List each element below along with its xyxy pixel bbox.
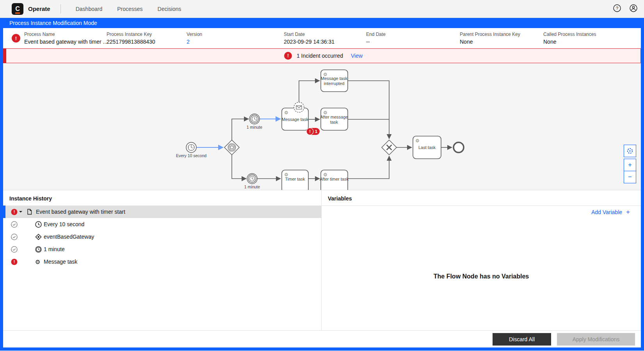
field-process-instance-key: Process Instance Key 2251799813888430	[107, 32, 155, 45]
instance-history-title: Instance History	[3, 190, 321, 206]
camunda-logo: C	[12, 3, 23, 15]
service-task-gear-icon: ⚙	[415, 138, 420, 144]
history-row-label: Message task	[44, 259, 77, 265]
reset-viewport-icon	[626, 147, 633, 154]
incident-banner: ! 1 Incident occurred View	[3, 48, 641, 63]
svg-text:?: ?	[616, 6, 618, 11]
svg-text:!: !	[14, 209, 15, 214]
chevron-down-icon[interactable]	[18, 209, 23, 214]
event-based-gateway[interactable]	[224, 140, 239, 155]
field-start-date: Start Date 2023-09-29 14:36:31	[284, 32, 334, 45]
instance-header: ! Process Name Event based gateway with …	[3, 28, 641, 48]
nav-item-dashboard[interactable]: Dashboard	[76, 6, 103, 12]
field-parent-process-instance-key: Parent Process Instance Key None	[460, 32, 520, 45]
exclusive-gateway[interactable]	[382, 140, 397, 155]
history-row-label: Every 10 second	[44, 221, 84, 227]
history-row-process-root[interactable]: ! Event based gateway with timer start	[3, 206, 321, 218]
message-boundary-event-icon[interactable]	[294, 102, 304, 112]
service-task-gear-icon: ⚙	[284, 110, 288, 115]
modification-footer: Discard All Apply Modifications	[3, 330, 641, 347]
help-icon[interactable]: ?	[613, 4, 621, 14]
diagram-reset-button[interactable]	[624, 145, 636, 157]
nav-item-decisions[interactable]: Decisions	[158, 6, 181, 12]
history-row-1-minute[interactable]: 1 minute	[3, 243, 321, 255]
svg-text:!: !	[14, 259, 15, 264]
svg-text:interrupted: interrupted	[324, 81, 345, 86]
incident-message: 1 Incident occurred	[297, 53, 343, 59]
top-nav: C Operate Dashboard Processes Decisions …	[0, 0, 644, 18]
incident-state-icon: !	[12, 34, 20, 43]
completed-state-icon	[11, 234, 18, 240]
plus-icon: +	[626, 208, 630, 216]
incident-count-badge: ! 1	[306, 128, 320, 135]
task-message-task-interrupted[interactable]: ⚙ Message task interrupted	[321, 70, 348, 92]
nav-item-processes[interactable]: Processes	[117, 6, 142, 12]
add-variable-button[interactable]: Add Variable +	[591, 208, 630, 216]
svg-text:Message task: Message task	[321, 76, 347, 81]
bpmn-diagram[interactable]: Every 10 second 1 minute ⚙ Me	[3, 63, 641, 190]
svg-text:task: task	[330, 120, 338, 124]
app-title: Operate	[28, 5, 50, 12]
task-after-message-task[interactable]: ⚙ After message task	[320, 108, 348, 130]
timer-top-label: 1 minute	[247, 125, 262, 129]
task-message-task[interactable]: ⚙ Message task ! 1	[282, 102, 320, 135]
svg-text:!: !	[309, 129, 311, 134]
service-task-gear-icon: ⚙	[35, 259, 40, 265]
task-last-task[interactable]: ⚙ Last task	[413, 136, 441, 159]
field-end-date: End Date --	[366, 32, 386, 45]
discard-all-button[interactable]: Discard All	[493, 333, 551, 346]
gateway-icon	[35, 234, 42, 240]
user-profile-icon[interactable]	[629, 4, 638, 14]
task-timer-task[interactable]: ⚙ Timer task	[282, 170, 308, 190]
apply-modifications-button[interactable]: Apply Modifications	[557, 333, 635, 346]
field-process-name: Process Name Event based gateway with ti…	[24, 32, 107, 45]
history-row-label: Event based gateway with timer start	[36, 209, 125, 215]
history-row-label: eventBasedGateway	[44, 234, 94, 240]
intermediate-timer-event-top[interactable]: 1 minute	[247, 114, 262, 129]
highlighted-sequence-flows	[197, 119, 281, 147]
incident-view-link[interactable]: View	[351, 53, 363, 59]
zoom-in-button[interactable]: +	[624, 159, 636, 171]
task-after-timer-task[interactable]: ⚙ After timer task	[320, 170, 349, 190]
intermediate-timer-event-bottom[interactable]: 1 minute	[244, 174, 260, 189]
nav-divider	[60, 4, 61, 14]
logo-letter: C	[15, 5, 20, 12]
variables-panel: Variables Add Variable + The Flow Node h…	[322, 190, 641, 330]
history-row-event-based-gateway[interactable]: eventBasedGateway	[3, 230, 321, 243]
process-document-icon	[27, 209, 32, 215]
svg-text:After message: After message	[320, 115, 348, 119]
field-called-process-instances: Called Process Instances None	[543, 32, 596, 45]
timer-intermediate-icon	[35, 246, 42, 253]
history-row-message-task[interactable]: ! ⚙ Message task	[3, 255, 321, 268]
diagram-controls: + −	[624, 145, 636, 183]
field-version: Version 2	[187, 32, 202, 45]
history-row-label: 1 minute	[44, 246, 65, 252]
svg-text:Message task: Message task	[282, 117, 308, 122]
start-event-label: Every 10 second	[176, 153, 206, 158]
instance-history-panel: Instance History ! Event based gateway w…	[3, 190, 322, 330]
completed-state-icon	[11, 221, 18, 228]
incident-state-icon: !	[11, 209, 18, 215]
zoom-out-button[interactable]: −	[624, 171, 636, 183]
incident-state-icon: !	[11, 259, 18, 265]
timer-bottom-label: 1 minute	[244, 184, 260, 189]
start-event-every-10-second[interactable]: Every 10 second	[176, 142, 206, 158]
end-event[interactable]	[454, 142, 464, 152]
history-row-every-10-second[interactable]: Every 10 second	[3, 218, 321, 230]
svg-text:After timer task: After timer task	[320, 177, 349, 181]
svg-text:Last task: Last task	[418, 145, 436, 150]
completed-state-icon	[11, 246, 18, 253]
version-link[interactable]: 2	[187, 39, 202, 45]
variables-empty-message: The Flow Node has no Variables	[322, 273, 641, 280]
svg-text:Timer task: Timer task	[285, 177, 305, 181]
incident-icon: !	[284, 52, 292, 60]
modification-mode-banner: Process Instance Modification Mode	[0, 18, 644, 28]
svg-text:1: 1	[315, 129, 317, 134]
timer-start-icon	[35, 221, 42, 228]
modification-frame: ! Process Name Event based gateway with …	[0, 28, 644, 351]
variables-title: Variables	[322, 190, 641, 206]
bpmn-canvas: Every 10 second 1 minute ⚙ Me	[3, 63, 641, 190]
